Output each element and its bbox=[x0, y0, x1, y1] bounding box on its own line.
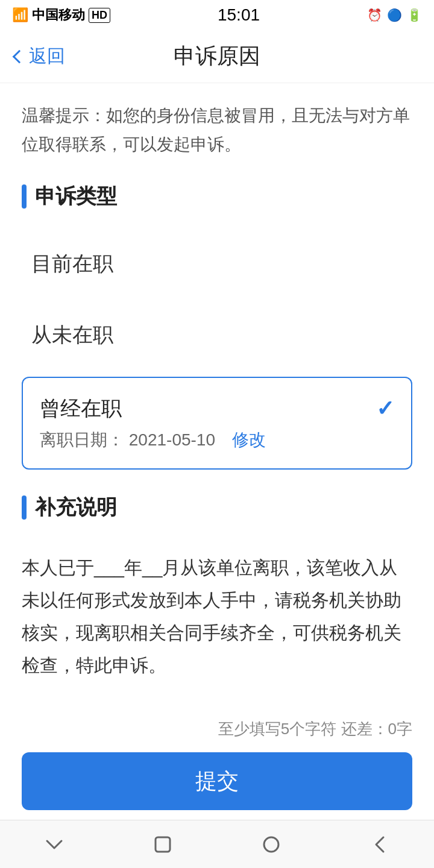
option-formerly-selected[interactable]: 曾经在职 ✓ 离职日期： 2021-05-10 修改 bbox=[22, 377, 412, 470]
warm-tip: 温馨提示：如您的身份信息被冒用，且无法与对方单位取得联系，可以发起申诉。 bbox=[22, 101, 412, 159]
alarm-icon: ⏰ bbox=[367, 8, 382, 22]
option-formerly-label: 曾经在职 bbox=[40, 395, 122, 423]
option-formerly-sub: 离职日期： 2021-05-10 修改 bbox=[40, 429, 394, 451]
section-bar-supplement-icon bbox=[22, 495, 27, 520]
back-arrow-icon bbox=[13, 49, 27, 63]
status-carrier: 📶 中国移动 HD bbox=[12, 6, 110, 24]
svg-rect-0 bbox=[156, 837, 170, 852]
warm-tip-prefix: 温馨提示： bbox=[22, 106, 106, 125]
page-title: 申诉原因 bbox=[174, 42, 260, 71]
check-icon: ✓ bbox=[376, 396, 394, 421]
status-bar: 📶 中国移动 HD 15:01 ⏰ 🔵 🔋 bbox=[0, 0, 434, 30]
nav-back-icon[interactable] bbox=[365, 829, 395, 860]
char-count: 至少填写5个字符 还差：0字 bbox=[22, 719, 412, 740]
supplement-textarea[interactable] bbox=[22, 552, 412, 708]
section-bar-icon bbox=[22, 184, 27, 209]
bluetooth-icon: 🔵 bbox=[387, 8, 402, 22]
section-complaint-label: 申诉类型 bbox=[35, 183, 117, 210]
section-supplement-label: 补充说明 bbox=[35, 494, 117, 521]
nav-down-icon[interactable] bbox=[39, 829, 69, 860]
back-label: 返回 bbox=[29, 44, 65, 69]
battery-icon: 🔋 bbox=[407, 8, 422, 22]
page-header: 返回 申诉原因 bbox=[0, 30, 434, 83]
submit-button[interactable]: 提交 bbox=[22, 752, 412, 810]
signal-icon: 📶 bbox=[12, 7, 28, 23]
option-formerly-title-row: 曾经在职 ✓ bbox=[40, 395, 394, 423]
svg-point-1 bbox=[264, 837, 278, 852]
option-never[interactable]: 从未在职 bbox=[22, 300, 412, 371]
back-button[interactable]: 返回 bbox=[14, 44, 65, 69]
supplement-section: 补充说明 至少填写5个字符 还差：0字 bbox=[22, 494, 412, 740]
nav-circle-icon[interactable] bbox=[256, 829, 286, 860]
hd-badge: HD bbox=[89, 8, 110, 23]
nav-square-icon[interactable] bbox=[148, 829, 178, 860]
nav-bar bbox=[0, 820, 434, 868]
status-time: 15:01 bbox=[218, 5, 260, 25]
section-complaint-type: 申诉类型 bbox=[22, 183, 412, 210]
submit-area: 提交 bbox=[0, 743, 434, 820]
status-icons: ⏰ 🔵 🔋 bbox=[367, 8, 422, 22]
page-content: 温馨提示：如您的身份信息被冒用，且无法与对方单位取得联系，可以发起申诉。 申诉类… bbox=[0, 83, 434, 758]
section-supplement: 补充说明 bbox=[22, 494, 412, 521]
modify-date-link[interactable]: 修改 bbox=[232, 430, 266, 449]
option-current[interactable]: 目前在职 bbox=[22, 228, 412, 300]
